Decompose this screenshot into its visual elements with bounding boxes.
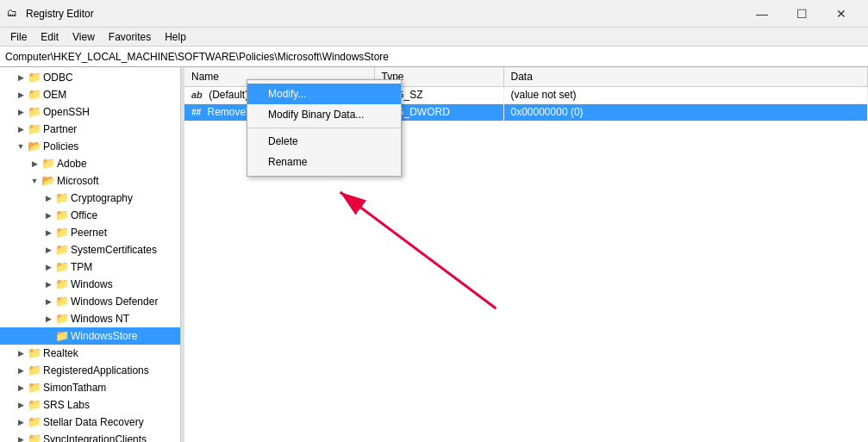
menu-edit[interactable]: Edit <box>34 29 66 45</box>
context-menu-divider <box>247 128 401 128</box>
row-data: 0x00000000 (0) <box>503 103 868 121</box>
tree-item-windows-nt[interactable]: ▶ 📁 Windows NT <box>0 310 180 327</box>
folder-icon: 📁 <box>28 88 41 102</box>
svg-line-1 <box>340 192 496 308</box>
right-panel: Name Type Data ab (Default) REG_SZ (valu… <box>184 67 868 442</box>
address-path: Computer\HKEY_LOCAL_MACHINE\SOFTWARE\Pol… <box>5 51 389 63</box>
folder-icon: 📁 <box>55 226 69 240</box>
context-menu-modify-binary[interactable]: Modify Binary Data... <box>247 104 401 125</box>
folder-icon: 📁 <box>55 191 69 205</box>
reg-dword-icon: ## <box>191 108 201 117</box>
folder-icon: 📁 <box>55 312 69 326</box>
maximize-button[interactable]: ☐ <box>782 0 821 28</box>
folder-icon: 📁 <box>55 329 69 343</box>
tree-item-cryptography[interactable]: ▶ 📁 Cryptography <box>0 190 180 207</box>
close-button[interactable]: ✕ <box>821 0 861 28</box>
minimize-button[interactable]: — <box>742 0 782 28</box>
tree-item-windows-defender[interactable]: ▶ 📁 Windows Defender <box>0 293 180 310</box>
tree-item-odbc[interactable]: ▶ 📁 ODBC <box>0 69 180 86</box>
menu-view[interactable]: View <box>66 29 102 45</box>
title-bar: 🗂 Registry Editor — ☐ ✕ <box>0 0 868 28</box>
folder-icon: 📁 <box>55 277 69 291</box>
folder-icon: 📁 <box>55 209 69 222</box>
context-menu-delete[interactable]: Delete <box>247 131 401 152</box>
context-menu-modify[interactable]: Modify... <box>247 84 401 104</box>
reg-string-icon: ab <box>191 90 203 100</box>
folder-icon: 📁 <box>55 243 69 257</box>
tree-item-tpm[interactable]: ▶ 📁 TPM <box>0 258 180 276</box>
folder-icon: 📁 <box>28 433 41 442</box>
folder-open-icon: 📂 <box>41 174 55 188</box>
tree-item-microsoft[interactable]: ▼ 📂 Microsoft <box>0 172 180 190</box>
tree-item-adobe[interactable]: ▶ 📁 Adobe <box>0 155 180 172</box>
address-bar: Computer\HKEY_LOCAL_MACHINE\SOFTWARE\Pol… <box>0 47 868 67</box>
tree-item-registeredapps[interactable]: ▶ 📁 RegisteredApplications <box>0 362 180 379</box>
app-title: Registry Editor <box>26 8 742 20</box>
folder-icon: 📁 <box>28 415 41 429</box>
tree-item-stellar[interactable]: ▶ 📁 Stellar Data Recovery <box>0 414 180 431</box>
folder-icon: 📁 <box>28 398 41 412</box>
tree-item-windows[interactable]: ▶ 📁 Windows <box>0 276 180 293</box>
folder-icon: 📁 <box>55 295 69 308</box>
menu-favorites[interactable]: Favorites <box>102 29 158 45</box>
tree-item-simontatham[interactable]: ▶ 📁 SimonTatham <box>0 379 180 396</box>
folder-icon: 📁 <box>28 364 41 377</box>
tree-item-syncintegration[interactable]: ▶ 📁 SyncIntegrationClients <box>0 431 180 442</box>
row-data: (value not set) <box>503 86 868 103</box>
tree-item-oem[interactable]: ▶ 📁 OEM <box>0 86 180 103</box>
tree-item-office[interactable]: ▶ 📁 Office <box>0 207 180 224</box>
tree-item-systemcertificates[interactable]: ▶ 📁 SystemCertificates <box>0 241 180 258</box>
menu-help[interactable]: Help <box>158 29 193 45</box>
folder-icon: 📁 <box>28 346 41 360</box>
context-menu: Modify... Modify Binary Data... Delete R… <box>247 79 402 177</box>
col-data: Data <box>503 67 868 86</box>
tree-item-partner[interactable]: ▶ 📁 Partner <box>0 121 180 138</box>
folder-icon: 📁 <box>28 71 41 84</box>
app-icon: 🗂 <box>7 7 21 21</box>
folder-icon: 📁 <box>28 381 41 395</box>
tree-item-realtek[interactable]: ▶ 📁 Realtek <box>0 345 180 362</box>
tree-item-openssh[interactable]: ▶ 📁 OpenSSH <box>0 103 180 121</box>
folder-open-icon: 📂 <box>28 140 41 153</box>
menu-file[interactable]: File <box>3 29 34 45</box>
folder-icon: 📁 <box>55 260 69 274</box>
folder-icon: 📁 <box>41 157 55 171</box>
context-menu-rename[interactable]: Rename <box>247 152 401 172</box>
tree-item-srslabs[interactable]: ▶ 📁 SRS Labs <box>0 396 180 414</box>
folder-icon: 📁 <box>28 122 41 136</box>
tree-item-policies[interactable]: ▼ 📂 Policies <box>0 138 180 155</box>
tree-item-peernet[interactable]: ▶ 📁 Peernet <box>0 224 180 241</box>
folder-icon: 📁 <box>28 105 41 119</box>
menu-bar: File Edit View Favorites Help <box>0 28 868 47</box>
tree-panel: ▶ 📁 ODBC ▶ 📁 OEM ▶ 📁 OpenSSH ▶ 📁 Partner… <box>0 67 181 442</box>
tree-item-windowsstore[interactable]: 📁 WindowsStore <box>0 327 180 345</box>
